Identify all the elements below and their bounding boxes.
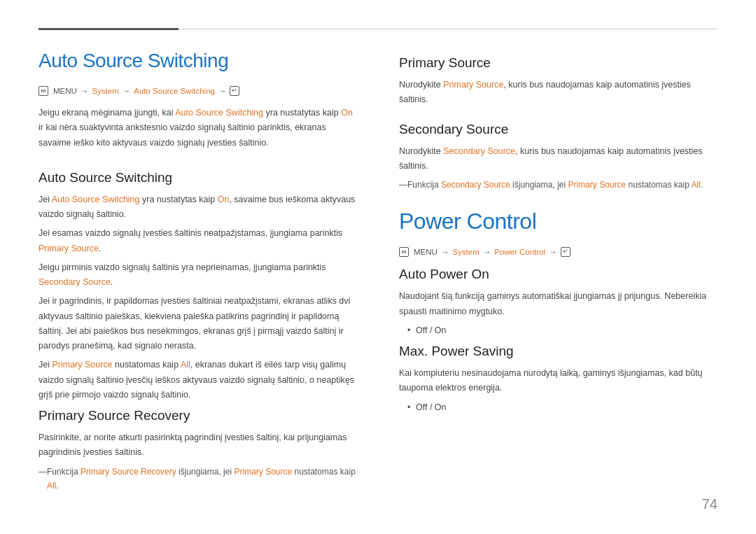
secondary-source-note: Funkcija Secondary Source išjungiama, je… [399, 178, 718, 192]
section1-title: Auto Source Switching [38, 170, 357, 185]
border-dark [38, 28, 178, 30]
power-menu-arrow1: → [441, 248, 449, 256]
menu-path: m MENU → System → Auto Source Switching … [38, 86, 357, 96]
section1-para2: Jei esamas vaizdo signalų įvesties šalti… [38, 226, 357, 256]
menu-link2: Auto Source Switching [134, 87, 215, 95]
primary-source-para: Nurodykite Primary Source, kuris bus nau… [399, 78, 718, 108]
max-power-saving-bullet: Off / On [409, 400, 718, 415]
section1-para1: Jei Auto Source Switching yra nustatytas… [38, 192, 357, 223]
auto-power-on-bullet: Off / On [409, 323, 718, 338]
menu-enter: ↵ [230, 86, 239, 96]
max-power-saving-title: Max. Power Saving [399, 344, 718, 359]
section1-para5: Jei Primary Source nustatomas kaip All, … [38, 358, 357, 402]
auto-power-on-content: Naudojant šią funkciją gaminys automatiš… [399, 289, 718, 338]
primary-source-title: Primary Source [399, 55, 718, 71]
intro-paragraph: Jeigu ekraną mėginama įjungti, kai Auto … [38, 106, 357, 150]
top-borders [38, 28, 718, 30]
menu-link1: System [92, 87, 118, 95]
right-column: Primary Source Nurodykite Primary Source… [399, 50, 718, 498]
section2-note: Funkcija Primary Source Recovery išjungi… [38, 465, 357, 493]
power-menu-link1: System [452, 248, 479, 256]
power-menu-link2: Power Control [494, 248, 545, 256]
section2-para: Pasirinkite, ar norite atkurti pasirinkt… [38, 430, 357, 461]
menu-arrow3: → [218, 87, 227, 95]
auto-power-on-list: Off / On [409, 323, 718, 338]
power-menu-arrow2: → [483, 248, 491, 256]
secondary-source-section: Secondary Source Nurodykite Secondary So… [399, 122, 718, 192]
border-light [178, 29, 718, 29]
menu-text1: MENU [53, 87, 77, 95]
menu-icon: m [38, 86, 48, 96]
two-column-layout: Auto Source Switching m MENU → System → … [38, 50, 718, 498]
section2-content: Pasirinkite, ar norite atkurti pasirinkt… [38, 430, 357, 493]
intro-on: On [341, 108, 353, 118]
section1-content: Jei Auto Source Switching yra nustatytas… [38, 192, 357, 402]
section2-title: Primary Source Recovery [38, 408, 357, 423]
main-title: Auto Source Switching [38, 50, 357, 72]
secondary-source-title: Secondary Source [399, 122, 718, 137]
primary-source-section: Primary Source Nurodykite Primary Source… [399, 55, 718, 108]
power-menu-text1: MENU [414, 248, 438, 256]
section1-para3: Jeigu pirminis vaizdo signalų šaltinis y… [38, 260, 357, 290]
auto-power-on-title: Auto Power On [399, 267, 718, 282]
power-control-menu-path: m MENU → System → Power Control → ↵ [399, 247, 718, 257]
max-power-saving-para: Kai kompiuteriu nesinaudojama nurodytą l… [399, 366, 718, 396]
power-menu-enter: ↵ [561, 247, 570, 257]
power-menu-arrow3: → [549, 248, 557, 256]
auto-power-on-para: Naudojant šią funkciją gaminys automatiš… [399, 289, 718, 319]
menu-arrow2: → [122, 87, 131, 95]
section1-para4: Jei ir pagrindinis, ir papildomas įvesti… [38, 294, 357, 353]
page-container: Auto Source Switching m MENU → System → … [0, 0, 756, 526]
power-control-title: Power Control [399, 209, 718, 234]
left-column: Auto Source Switching m MENU → System → … [38, 50, 357, 498]
intro-link1: Auto Source Switching [175, 108, 263, 118]
max-power-saving-content: Kai kompiuteriu nesinaudojama nurodytą l… [399, 366, 718, 415]
page-number: 74 [702, 496, 718, 512]
secondary-source-para: Nurodykite Secondary Source, kuris bus n… [399, 144, 718, 174]
menu-arrow1: → [80, 87, 89, 95]
secondary-source-content: Nurodykite Secondary Source, kuris bus n… [399, 144, 718, 192]
max-power-saving-list: Off / On [409, 400, 718, 415]
power-menu-icon: m [399, 247, 409, 257]
